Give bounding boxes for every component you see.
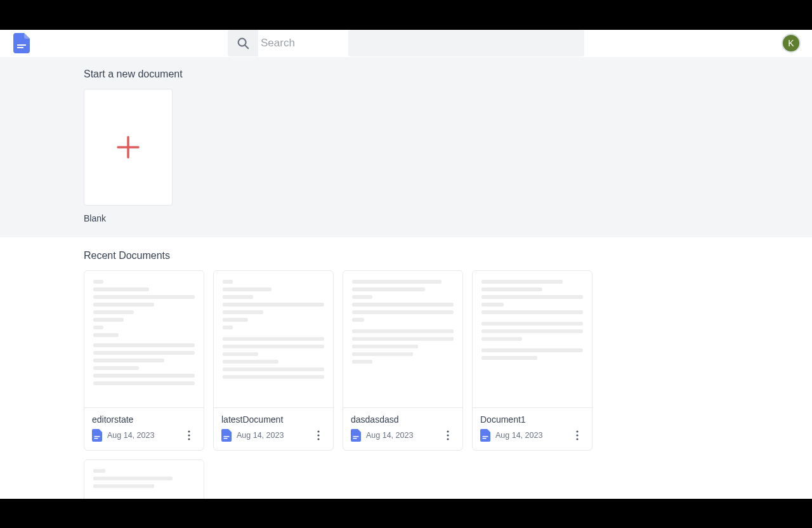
svg-point-23 [576, 430, 578, 432]
svg-point-24 [576, 434, 578, 436]
app-header: K [0, 30, 812, 57]
svg-point-18 [447, 430, 449, 432]
svg-point-10 [188, 438, 190, 440]
search-input[interactable] [258, 30, 341, 56]
svg-point-15 [317, 438, 319, 440]
document-thumbnail [214, 271, 333, 407]
app-logo[interactable] [13, 32, 30, 53]
svg-rect-16 [353, 436, 359, 437]
docs-icon [480, 429, 490, 442]
start-new-section: Start a new document Blank [0, 57, 812, 237]
recent-grid: editorstate Aug 14, 2023 [84, 270, 728, 499]
svg-rect-17 [353, 438, 357, 439]
docs-icon [92, 429, 102, 442]
svg-rect-11 [224, 436, 230, 437]
document-card[interactable] [84, 459, 204, 499]
recent-section: Recent Documents [0, 237, 812, 499]
search-icon[interactable] [228, 30, 258, 56]
svg-rect-1 [17, 47, 23, 48]
svg-rect-0 [17, 44, 26, 46]
recent-title: Recent Documents [84, 250, 728, 261]
document-date: Aug 14, 2023 [237, 431, 306, 440]
avatar[interactable]: K [782, 34, 801, 53]
document-title: editorstate [92, 414, 196, 425]
header-center [30, 30, 782, 56]
more-options-button[interactable] [441, 428, 455, 442]
svg-rect-21 [483, 436, 488, 437]
document-title: latestDocument [221, 414, 325, 425]
svg-point-20 [447, 438, 449, 440]
document-card[interactable]: dasdasdasd Aug 14, 2023 [343, 270, 463, 451]
svg-line-3 [245, 45, 248, 48]
document-thumbnail [84, 460, 204, 499]
document-date: Aug 14, 2023 [107, 431, 177, 440]
document-thumbnail [473, 271, 592, 407]
search [228, 30, 341, 56]
svg-rect-7 [95, 438, 98, 439]
document-card[interactable]: editorstate Aug 14, 2023 [84, 270, 204, 451]
document-card[interactable]: Document1 Aug 14, 2023 [472, 270, 593, 451]
document-thumbnail [84, 271, 204, 407]
svg-rect-12 [224, 438, 228, 439]
svg-point-19 [447, 434, 449, 436]
document-title: Document1 [480, 414, 584, 425]
svg-point-8 [188, 430, 190, 432]
header-placeholder-pill [348, 30, 584, 56]
svg-rect-6 [95, 436, 100, 437]
plus-icon [115, 135, 141, 160]
start-new-title: Start a new document [84, 69, 728, 80]
document-date: Aug 14, 2023 [495, 431, 565, 440]
document-date: Aug 14, 2023 [366, 431, 436, 440]
more-options-button[interactable] [182, 428, 196, 442]
docs-icon [221, 429, 232, 442]
document-title: dasdasdasd [351, 414, 455, 425]
svg-rect-22 [483, 438, 487, 439]
svg-point-25 [576, 438, 578, 440]
more-options-button[interactable] [311, 428, 325, 442]
new-blank-label: Blank [84, 213, 728, 223]
svg-point-14 [317, 434, 319, 436]
document-thumbnail [343, 271, 462, 407]
more-options-button[interactable] [570, 428, 584, 442]
docs-icon [351, 429, 361, 442]
svg-point-13 [317, 430, 319, 432]
document-card[interactable]: latestDocument Aug 14, 2023 [213, 270, 334, 451]
svg-point-9 [188, 434, 190, 436]
new-blank-document[interactable] [84, 89, 173, 206]
